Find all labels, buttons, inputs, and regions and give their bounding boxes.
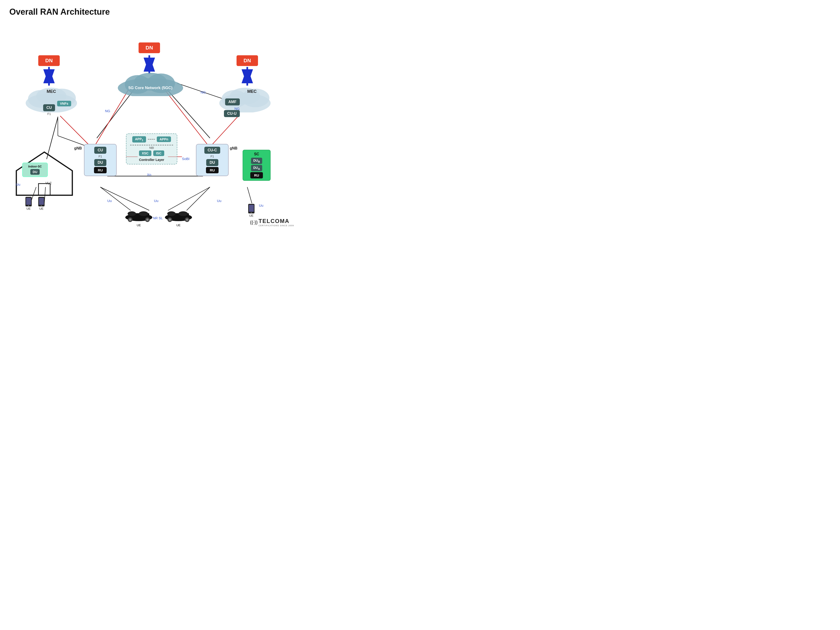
controller-label: Controller Layer	[139, 158, 164, 162]
svg-point-59	[167, 211, 176, 216]
svg-rect-66	[249, 205, 254, 212]
dn-right-box: DN	[237, 55, 258, 66]
ue-car2-label: UE	[163, 223, 194, 227]
svg-point-52	[139, 211, 148, 216]
mec-right-cloud: MEC	[217, 82, 273, 114]
ue-car1-label: UE	[124, 223, 154, 227]
5gc-node: 5G Core Network (5GC)	[114, 70, 186, 97]
cu-left-box: CU	[94, 147, 106, 154]
signal-icon: ((·))	[250, 220, 257, 225]
isc-box: ISC	[153, 150, 164, 156]
svg-line-19	[186, 187, 210, 210]
ue-house-2: UE	[37, 196, 46, 210]
svg-line-13	[210, 116, 238, 147]
diagram-container: DN DN DN 5G Core Network (5GC) MEC CU	[0, 19, 298, 229]
amf-box: AMF	[225, 98, 240, 106]
appn-box: APPn	[157, 136, 171, 142]
svg-line-18	[168, 187, 210, 210]
gnb-right-panel: CU-C F1 DU RU	[196, 144, 229, 176]
du-b-box: DUB	[251, 158, 262, 164]
du-left-box: DU	[94, 159, 106, 166]
amf-node: AMF	[225, 98, 240, 106]
mec-left-label: MEC	[47, 89, 56, 94]
telcoma-logo: ((·)) TELCOMA CERTIFICATIONS SINCE 2009	[250, 218, 294, 227]
dn-left-node: DN	[34, 55, 64, 66]
vnfs-box: VNFs	[57, 101, 71, 106]
ru-sc-box: RU	[250, 172, 263, 178]
sc-label: SC	[254, 152, 259, 156]
telcoma-brand: TELCOMA	[259, 218, 294, 224]
f1-left: F1	[98, 155, 102, 158]
svg-point-60	[178, 211, 188, 216]
ue1-label: UE	[26, 207, 30, 210]
svg-point-45	[28, 205, 29, 206]
dn-center-node: DN	[133, 43, 166, 53]
svg-point-55	[129, 219, 131, 221]
du-a-box: DUA	[251, 165, 262, 171]
sc-panel: SC DUB DUA RU	[243, 150, 271, 181]
xsc-box: XSC	[139, 150, 152, 156]
ue-right-phone: UE	[247, 204, 256, 217]
svg-point-51	[128, 211, 136, 216]
gnb-right-label: gNB	[230, 146, 237, 150]
car-right-area: UE	[163, 208, 194, 227]
app1-box: APP1	[132, 136, 146, 142]
nr-sl-label: NR SL	[153, 216, 163, 220]
cu-mec-box: CU	[43, 104, 55, 111]
car-left-area: UE	[124, 208, 154, 227]
sobi-right-label: SoBI	[182, 157, 189, 161]
vnfs-node: VNFs	[57, 101, 71, 106]
uu-sc-label: Uu	[259, 204, 264, 207]
cu-mec-left: CU F1	[43, 104, 55, 116]
uu-left-label: Uu	[107, 199, 112, 203]
svg-point-56	[146, 219, 148, 221]
page-title: Overall RAN Architecture	[0, 0, 298, 19]
svg-line-20	[247, 187, 252, 204]
telcoma-sub: CERTIFICATIONS SINCE 2009	[259, 224, 294, 227]
xn-label: Xn	[147, 173, 151, 177]
dn-center-box: DN	[139, 43, 160, 53]
svg-point-63	[169, 219, 171, 221]
f1-right: F1	[210, 155, 214, 158]
ru-left-box: RU	[94, 167, 107, 173]
ue5-label: UE	[249, 214, 253, 217]
ng-label-right: NG	[201, 90, 206, 94]
du-right-box: DU	[206, 159, 218, 166]
svg-rect-44	[26, 198, 31, 205]
cu-u-node: CU-U	[224, 110, 240, 117]
vlc-label: VLC	[46, 181, 52, 185]
gnb-left-panel: CU F1 DU RU	[84, 144, 117, 176]
svg-point-67	[251, 212, 252, 213]
dn-right-node: DN	[232, 55, 262, 66]
uu-center-label: Uu	[154, 199, 158, 203]
indoor-sc-label: Indoor-SC	[28, 165, 42, 168]
svg-rect-42	[38, 183, 50, 195]
cu-u-box: CU-U	[224, 110, 240, 117]
uu-house-label: Uu	[16, 182, 20, 186]
cu-mec-f1: F1	[47, 112, 51, 116]
ng-label-left: NG	[105, 109, 111, 113]
svg-rect-47	[39, 198, 44, 205]
uu-right-label: Uu	[217, 199, 221, 203]
ue-house-1: UE	[24, 196, 33, 210]
svg-line-16	[100, 187, 131, 210]
dn-left-box: DN	[38, 55, 60, 66]
ng-amf-label: NG	[234, 107, 240, 111]
gnb-left-label: gNB	[74, 146, 82, 150]
cu-c-box: CU-C	[204, 147, 220, 154]
controller-panel: APP1 APPn NBI XSC ISC Controller Layer	[126, 133, 177, 164]
ue2-label: UE	[39, 207, 43, 210]
du-indoor-box: DU	[30, 169, 39, 175]
svg-point-64	[186, 219, 188, 221]
ru-right-box: RU	[206, 167, 219, 173]
svg-text:5G Core Network (5GC): 5G Core Network (5GC)	[128, 85, 173, 90]
mec-right-label: MEC	[247, 89, 257, 94]
indoor-sc-panel: Indoor-SC DU	[22, 163, 48, 177]
svg-point-48	[41, 205, 42, 206]
nbi-label: NBI	[149, 146, 154, 150]
